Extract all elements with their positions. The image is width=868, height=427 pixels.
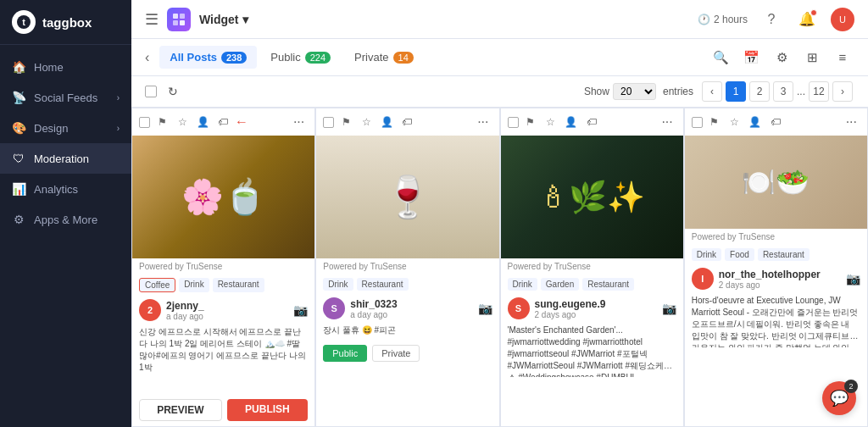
tag-garden[interactable]: Garden [541, 278, 579, 291]
user-1-meta: a day ago [166, 312, 288, 321]
entries-select[interactable]: 20 50 100 [613, 83, 656, 100]
publish-button[interactable]: PUBLISH [227, 399, 309, 421]
private-button[interactable]: Private [372, 345, 420, 362]
list-view-button[interactable]: ≡ [831, 46, 854, 69]
sidebar-item-home[interactable]: 🏠 Home [0, 52, 131, 82]
card-1-checkbox[interactable] [139, 117, 150, 128]
page-2-button[interactable]: 2 [749, 81, 770, 102]
calendar-button[interactable]: 📅 [739, 46, 763, 69]
sidebar-item-label: Social Feeds [34, 92, 97, 104]
tab-public[interactable]: Public 224 [260, 46, 341, 69]
card-1-more-button[interactable]: ··· [290, 114, 308, 130]
card-4-more-button[interactable]: ··· [843, 114, 860, 130]
tab-all-posts[interactable]: All Posts 238 [159, 46, 257, 69]
person-icon[interactable]: 👤 [194, 114, 211, 130]
flag-icon[interactable]: ⚑ [522, 114, 539, 130]
page-dots: ... [797, 86, 805, 97]
svg-rect-3 [180, 14, 185, 19]
topbar-title[interactable]: Widget ▾ [199, 13, 248, 26]
card-3-more-button[interactable]: ··· [658, 114, 676, 130]
tab-private[interactable]: Private 14 [344, 46, 424, 69]
post-card-2: ⚑ ☆ 👤 🏷 ··· 🍷 Powered by TruSense Drink … [315, 108, 499, 427]
instagram-icon: 📷 [846, 272, 860, 286]
card-3-checkbox[interactable] [508, 117, 519, 128]
logo-text: taggbox [42, 15, 92, 30]
sidebar-item-analytics[interactable]: 📊 Analytics [0, 174, 131, 204]
user-4-name: nor_the_hotelhopper [719, 269, 841, 280]
grid-view-button[interactable]: ⊞ [800, 46, 824, 69]
tag-drink[interactable]: Drink [323, 278, 353, 291]
flag-icon[interactable]: ⚑ [153, 114, 170, 130]
cards-grid: ⚑ ☆ 👤 🏷 ← ··· 🌸🍵 Powered by TruSense Cof… [131, 108, 868, 427]
hamburger-button[interactable]: ☰ [145, 10, 159, 29]
prev-page-button[interactable]: ‹ [702, 81, 722, 102]
page-12-button[interactable]: 12 [809, 81, 829, 102]
person-icon[interactable]: 👤 [747, 114, 764, 130]
page-1-button[interactable]: 1 [726, 81, 746, 102]
flag-icon[interactable]: ⚑ [337, 114, 354, 130]
card-2-checkbox[interactable] [323, 117, 334, 128]
tag-restaurant[interactable]: Restaurant [758, 248, 810, 261]
search-button[interactable]: 🔍 [709, 46, 732, 69]
public-badge: 224 [305, 52, 331, 64]
tag-icon[interactable]: 🏷 [398, 114, 415, 130]
filter-button[interactable]: ⚙ [770, 46, 793, 69]
chat-button[interactable]: 💬 2 [822, 381, 856, 415]
card-2-trusense: Powered by TruSense [316, 258, 498, 274]
refresh-button[interactable]: ↻ [164, 82, 182, 101]
card-1-bottom-actions: PREVIEW PUBLISH [132, 394, 314, 426]
tag-icon[interactable]: 🏷 [583, 114, 600, 130]
user-3-info: sung.eugene.9 2 days ago [535, 298, 657, 319]
card-3-text: 'Master's Enchanted Garden'... #jwmarrio… [501, 323, 683, 377]
public-button[interactable]: Public [323, 345, 367, 362]
star-icon[interactable]: ☆ [726, 114, 743, 130]
user-1-name: 2jenny_ [166, 300, 288, 312]
sidebar-item-moderation[interactable]: 🛡 Moderation [0, 143, 131, 174]
person-icon[interactable]: 👤 [563, 114, 580, 130]
person-icon[interactable]: 👤 [378, 114, 395, 130]
sidebar-item-social-feeds[interactable]: 📡 Social Feeds › [0, 82, 131, 113]
tag-icon[interactable]: 🏷 [214, 114, 231, 130]
card-3-icons: ⚑ ☆ 👤 🏷 [522, 114, 655, 130]
sidebar-item-design[interactable]: 🎨 Design › [0, 113, 131, 143]
logo-icon: t [12, 10, 36, 34]
user-4-avatar: I [692, 268, 714, 290]
preview-button[interactable]: PREVIEW [139, 399, 222, 421]
card-1-image: 🌸🍵 [132, 136, 314, 258]
tag-coffee[interactable]: Coffee [139, 278, 175, 292]
post-card-3: ⚑ ☆ 👤 🏷 ··· 🕯🌿✨ Powered by TruSense Drin… [500, 108, 684, 427]
tag-restaurant[interactable]: Restaurant [213, 278, 264, 292]
card-2-more-button[interactable]: ··· [474, 114, 492, 130]
svg-rect-2 [173, 14, 178, 19]
star-icon[interactable]: ☆ [542, 114, 559, 130]
star-icon[interactable]: ☆ [174, 114, 191, 130]
page-3-button[interactable]: 3 [773, 81, 793, 102]
tag-icon[interactable]: 🏷 [767, 114, 784, 130]
help-button[interactable]: ? [760, 8, 783, 31]
notifications-button[interactable]: 🔔 [795, 8, 819, 31]
card-3-trusense: Powered by TruSense [501, 258, 683, 274]
sidebar-item-apps-more[interactable]: ⚙ Apps & More [0, 204, 131, 235]
tag-drink[interactable]: Drink [692, 248, 721, 261]
flag-icon[interactable]: ⚑ [706, 114, 723, 130]
sidebar-nav: 🏠 Home 📡 Social Feeds › 🎨 Design › 🛡 Mod… [0, 45, 131, 427]
tag-restaurant[interactable]: Restaurant [582, 278, 634, 291]
pagination-bar: ↻ Show 20 50 100 entries ‹ 1 2 3 ... 12 … [131, 76, 868, 108]
card-4-icons: ⚑ ☆ 👤 🏷 [706, 114, 839, 130]
sidebar-item-label: Home [34, 61, 64, 74]
next-page-button[interactable]: › [832, 81, 853, 102]
apps-icon: ⚙ [12, 213, 25, 226]
card-4-header: ⚑ ☆ 👤 🏷 ··· [685, 108, 867, 136]
tag-drink[interactable]: Drink [179, 278, 209, 292]
star-icon[interactable]: ☆ [358, 114, 375, 130]
tag-drink[interactable]: Drink [508, 278, 537, 291]
select-all-checkbox[interactable] [145, 86, 157, 97]
tag-food[interactable]: Food [725, 248, 754, 261]
user-4-info: nor_the_hotelhopper 2 days ago [719, 269, 841, 290]
back-button[interactable]: ‹ [145, 50, 149, 65]
tabs-bar: ‹ All Posts 238 Public 224 Private 14 🔍 … [131, 39, 868, 76]
instagram-icon: 📷 [478, 302, 492, 315]
card-4-checkbox[interactable] [692, 117, 703, 128]
tag-restaurant[interactable]: Restaurant [357, 278, 409, 291]
avatar[interactable]: U [831, 8, 854, 31]
